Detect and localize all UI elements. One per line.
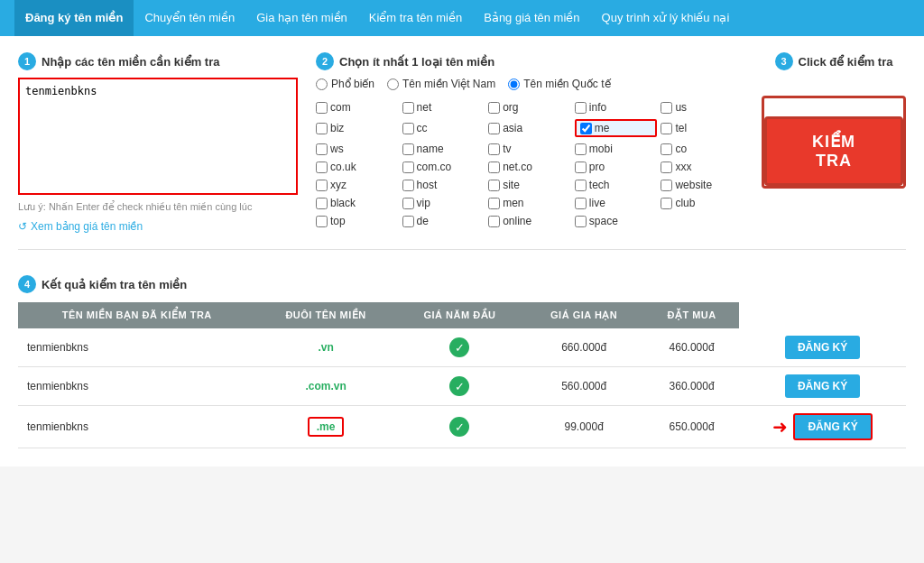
table-body: tenmienbkns .vn ✓ 660.000đ 460.000đ ĐĂNG…	[18, 328, 906, 448]
price-link[interactable]: Xem bảng giá tên miền	[18, 220, 143, 233]
cb-co[interactable]: co	[661, 143, 744, 155]
cb-xyz[interactable]: xyz	[316, 179, 399, 191]
table-row: tenmienbkns .com.vn ✓ 560.000đ 360.000đ …	[18, 367, 906, 406]
step3-badge: 3	[775, 52, 793, 70]
register-cell: ĐĂNG KÝ	[739, 367, 906, 406]
domain-ext: .com.vn	[256, 367, 396, 406]
cb-top[interactable]: top	[316, 215, 399, 227]
renew-price: 460.000đ	[644, 328, 739, 367]
step1-badge: 1	[18, 52, 36, 70]
first-year-price: 99.000đ	[523, 406, 644, 448]
nav-item-register[interactable]: Đăng ký tên miền	[14, 0, 134, 36]
step3-title: 3 Click để kiểm tra	[762, 52, 906, 70]
domain-ext-highlighted: .me	[256, 406, 396, 448]
navbar: Đăng ký tên miền Chuyển tên miền Gia hạn…	[0, 0, 924, 36]
domain-input[interactable]: tenmienbkns	[18, 78, 298, 195]
available-icon: ✓	[396, 328, 524, 367]
domain-name: tenmienbkns	[18, 367, 256, 406]
step2-badge: 2	[316, 52, 334, 70]
col-renew: GIÁ GIA HẠN	[523, 302, 644, 328]
col-first-year: GIÁ NĂM ĐẦU	[396, 302, 524, 328]
step1-title: 1 Nhập các tên miền cần kiểm tra	[18, 52, 298, 70]
cb-us[interactable]: us	[661, 101, 744, 114]
cb-online[interactable]: online	[488, 215, 571, 227]
domain-ext: .vn	[256, 328, 396, 367]
cb-biz[interactable]: biz	[316, 119, 399, 137]
checkbox-grid: com net org info us biz cc asia me tel w…	[316, 101, 744, 227]
table-row: tenmienbkns .me ✓ 99.000đ 650.000đ ➜ ĐĂN…	[18, 406, 906, 448]
cb-org[interactable]: org	[488, 101, 571, 114]
register-button[interactable]: ĐĂNG KÝ	[785, 374, 860, 398]
cb-website[interactable]: website	[661, 179, 744, 191]
cb-black[interactable]: black	[316, 197, 399, 209]
available-icon: ✓	[396, 406, 524, 448]
register-cell: ĐĂNG KÝ	[739, 328, 906, 367]
renew-price: 650.000đ	[644, 406, 739, 448]
cb-asia[interactable]: asia	[488, 119, 571, 137]
main-content: 1 Nhập các tên miền cần kiểm tra tenmien…	[0, 36, 924, 275]
cb-comco[interactable]: com.co	[402, 161, 485, 173]
cb-ws[interactable]: ws	[316, 143, 399, 155]
cb-de[interactable]: de	[402, 215, 485, 227]
domain-name: tenmienbkns	[18, 406, 256, 448]
nav-item-transfer[interactable]: Chuyển tên miền	[134, 0, 245, 36]
radio-popular[interactable]: Phổ biến	[316, 78, 374, 90]
cb-vip[interactable]: vip	[402, 197, 485, 209]
nav-item-price[interactable]: Bảng giá tên miền	[473, 0, 590, 36]
results-badge: 4	[18, 275, 36, 293]
cb-host[interactable]: host	[402, 179, 485, 191]
cb-xxx[interactable]: xxx	[661, 161, 744, 173]
arrow-right-icon: ➜	[772, 416, 788, 438]
cb-mobi[interactable]: mobi	[575, 143, 658, 155]
cb-net[interactable]: net	[402, 101, 485, 114]
cb-me[interactable]: me	[575, 119, 658, 137]
cb-netco[interactable]: net.co	[488, 161, 571, 173]
step1-container: 1 Nhập các tên miền cần kiểm tra tenmien…	[18, 52, 298, 233]
radio-international[interactable]: Tên miền Quốc tế	[508, 78, 610, 90]
nav-item-renew[interactable]: Gia hạn tên miền	[245, 0, 358, 36]
results-section: 4 Kết quả kiểm tra tên miền TÊN MIỀN BẠN…	[0, 275, 924, 466]
steps-row: 1 Nhập các tên miền cần kiểm tra tenmien…	[18, 52, 906, 233]
col-buy: ĐẶT MUA	[644, 302, 739, 328]
radio-vietnam[interactable]: Tên miền Việt Nam	[387, 78, 495, 90]
renew-price: 360.000đ	[644, 367, 739, 406]
check-btn-wrapper: KIỂM TRA	[762, 96, 906, 189]
cb-site[interactable]: site	[488, 179, 571, 191]
cb-club[interactable]: club	[661, 197, 744, 209]
cb-name[interactable]: name	[402, 143, 485, 155]
register-cell-highlighted: ➜ ĐĂNG KÝ	[739, 406, 906, 448]
cb-tel[interactable]: tel	[661, 119, 744, 137]
step1-note: Lưu ý: Nhấn Enter để check nhiều tên miề…	[18, 201, 298, 213]
register-button[interactable]: ĐĂNG KÝ	[785, 336, 860, 359]
cb-info[interactable]: info	[575, 101, 658, 114]
step3-container: 3 Click để kiểm tra KIỂM TRA	[762, 52, 906, 189]
cb-pro[interactable]: pro	[575, 161, 658, 173]
first-year-price: 560.000đ	[523, 367, 644, 406]
cb-com[interactable]: com	[316, 101, 399, 114]
nav-item-complaint[interactable]: Quy trình xử lý khiếu nại	[591, 0, 741, 36]
table-header: TÊN MIỀN BẠN ĐÃ KIỂM TRA ĐUÔI TÊN MIỀN G…	[18, 302, 906, 328]
available-icon: ✓	[396, 367, 524, 406]
radio-group: Phổ biến Tên miền Việt Nam Tên miền Quốc…	[316, 78, 744, 90]
result-table: TÊN MIỀN BẠN ĐÃ KIỂM TRA ĐUÔI TÊN MIỀN G…	[18, 302, 906, 448]
register-wrapper: ➜ ĐĂNG KÝ	[748, 413, 897, 440]
col-domain: TÊN MIỀN BẠN ĐÃ KIỂM TRA	[18, 302, 256, 328]
cb-space[interactable]: space	[575, 215, 658, 227]
domain-name: tenmienbkns	[18, 328, 256, 367]
cb-cc[interactable]: cc	[402, 119, 485, 137]
register-button-highlighted[interactable]: ĐĂNG KÝ	[793, 413, 872, 440]
nav-item-check[interactable]: Kiểm tra tên miền	[358, 0, 473, 36]
cb-tv[interactable]: tv	[488, 143, 571, 155]
col-ext: ĐUÔI TÊN MIỀN	[256, 302, 396, 328]
step2-container: 2 Chọn ít nhất 1 loại tên miền Phổ biến …	[316, 52, 744, 227]
divider	[18, 249, 906, 250]
check-button[interactable]: KIỂM TRA	[764, 116, 903, 186]
results-title: 4 Kết quả kiểm tra tên miền	[18, 275, 906, 293]
step2-title: 2 Chọn ít nhất 1 loại tên miền	[316, 52, 744, 70]
first-year-price: 660.000đ	[523, 328, 644, 367]
cb-men[interactable]: men	[488, 197, 571, 209]
cb-tech[interactable]: tech	[575, 179, 658, 191]
cb-live[interactable]: live	[575, 197, 658, 209]
table-row: tenmienbkns .vn ✓ 660.000đ 460.000đ ĐĂNG…	[18, 328, 906, 367]
cb-couk[interactable]: co.uk	[316, 161, 399, 173]
